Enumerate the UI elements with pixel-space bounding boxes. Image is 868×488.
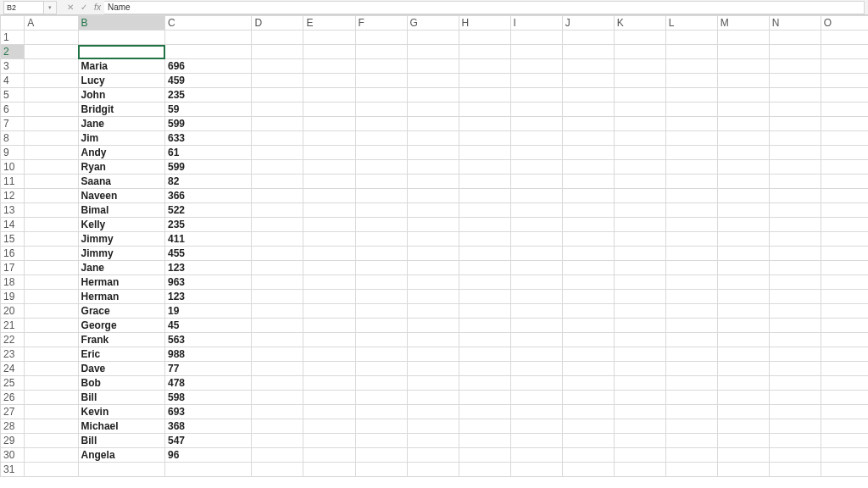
- cell-E5[interactable]: [303, 88, 355, 103]
- cell-E8[interactable]: [303, 131, 355, 146]
- cell-I22[interactable]: [510, 333, 562, 347]
- cell-M5[interactable]: [717, 88, 769, 103]
- column-header-D[interactable]: D: [252, 16, 303, 30]
- cell-K3[interactable]: [614, 59, 665, 74]
- cell-B28[interactable]: Michael: [78, 419, 164, 434]
- cell-K25[interactable]: [614, 376, 665, 391]
- cell-D31[interactable]: [252, 463, 303, 477]
- row-header-2[interactable]: 2: [1, 45, 25, 59]
- cell-L28[interactable]: [665, 419, 717, 434]
- cell-M7[interactable]: [717, 117, 769, 131]
- cell-A8[interactable]: [25, 131, 78, 146]
- cell-E10[interactable]: [303, 160, 355, 175]
- row-header-12[interactable]: 12: [1, 189, 25, 203]
- cell-E24[interactable]: [303, 362, 355, 376]
- cell-A15[interactable]: [25, 232, 78, 247]
- cell-F19[interactable]: [355, 290, 407, 304]
- cell-E27[interactable]: [303, 405, 355, 419]
- cell-B26[interactable]: Bill: [78, 391, 164, 405]
- cell-H16[interactable]: [459, 247, 510, 261]
- cell-F27[interactable]: [355, 405, 407, 419]
- cell-J31[interactable]: [562, 463, 614, 477]
- cell-I7[interactable]: [510, 117, 562, 131]
- cell-F20[interactable]: [355, 304, 407, 319]
- cell-J28[interactable]: [562, 419, 614, 434]
- cell-I11[interactable]: [510, 175, 562, 189]
- cell-D2[interactable]: [252, 45, 303, 59]
- cell-F2[interactable]: [355, 45, 407, 59]
- cell-I17[interactable]: [510, 261, 562, 275]
- cell-K19[interactable]: [614, 290, 665, 304]
- cell-K28[interactable]: [614, 419, 665, 434]
- cell-K13[interactable]: [614, 203, 665, 218]
- cell-M14[interactable]: [717, 218, 769, 232]
- row-header-17[interactable]: 17: [1, 261, 25, 275]
- cell-H24[interactable]: [459, 362, 510, 376]
- cell-K14[interactable]: [614, 218, 665, 232]
- cell-F3[interactable]: [355, 59, 407, 74]
- cell-K27[interactable]: [614, 405, 665, 419]
- row-header-31[interactable]: 31: [1, 463, 25, 477]
- cell-F11[interactable]: [355, 175, 407, 189]
- row-header-16[interactable]: 16: [1, 247, 25, 261]
- cell-D22[interactable]: [252, 333, 303, 347]
- cell-A30[interactable]: [25, 448, 78, 463]
- cell-G6[interactable]: [407, 103, 459, 117]
- cell-K2[interactable]: [614, 45, 665, 59]
- cell-F9[interactable]: [355, 146, 407, 160]
- cell-O13[interactable]: [821, 203, 868, 218]
- row-header-30[interactable]: 30: [1, 448, 25, 463]
- cell-H23[interactable]: [459, 347, 510, 362]
- cell-I28[interactable]: [510, 419, 562, 434]
- cell-K10[interactable]: [614, 160, 665, 175]
- cell-L9[interactable]: [665, 146, 717, 160]
- cell-I16[interactable]: [510, 247, 562, 261]
- cell-M10[interactable]: [717, 160, 769, 175]
- cell-L2[interactable]: [665, 45, 717, 59]
- cell-D16[interactable]: [252, 247, 303, 261]
- cell-N1[interactable]: [769, 30, 821, 45]
- cell-H10[interactable]: [459, 160, 510, 175]
- cell-L11[interactable]: [665, 175, 717, 189]
- cell-A16[interactable]: [25, 247, 78, 261]
- cell-D28[interactable]: [252, 419, 303, 434]
- cell-J1[interactable]: [562, 30, 614, 45]
- cell-B31[interactable]: [78, 463, 164, 477]
- cell-D14[interactable]: [252, 218, 303, 232]
- cell-C24[interactable]: 77: [165, 362, 252, 376]
- cell-E15[interactable]: [303, 232, 355, 247]
- cell-N23[interactable]: [769, 347, 821, 362]
- cell-B8[interactable]: Jim: [78, 131, 164, 146]
- cell-H30[interactable]: [459, 448, 510, 463]
- cell-I2[interactable]: [510, 45, 562, 59]
- cell-O1[interactable]: [821, 30, 868, 45]
- cell-B17[interactable]: Jane: [78, 261, 164, 275]
- cell-G5[interactable]: [407, 88, 459, 103]
- cell-M15[interactable]: [717, 232, 769, 247]
- cell-D21[interactable]: [252, 319, 303, 333]
- cell-B10[interactable]: Ryan: [78, 160, 164, 175]
- cell-D3[interactable]: [252, 59, 303, 74]
- cell-K8[interactable]: [614, 131, 665, 146]
- cell-O24[interactable]: [821, 362, 868, 376]
- cell-A12[interactable]: [25, 189, 78, 203]
- name-box-dropdown-icon[interactable]: ▾: [44, 1, 57, 14]
- cell-F14[interactable]: [355, 218, 407, 232]
- cell-K22[interactable]: [614, 333, 665, 347]
- cell-O17[interactable]: [821, 261, 868, 275]
- row-header-18[interactable]: 18: [1, 275, 25, 290]
- cell-N22[interactable]: [769, 333, 821, 347]
- cell-I18[interactable]: [510, 275, 562, 290]
- cell-N14[interactable]: [769, 218, 821, 232]
- cell-M16[interactable]: [717, 247, 769, 261]
- enter-icon[interactable]: ✓: [77, 3, 91, 12]
- cell-D29[interactable]: [252, 434, 303, 448]
- cell-A20[interactable]: [25, 304, 78, 319]
- cell-M2[interactable]: [717, 45, 769, 59]
- cell-O9[interactable]: [821, 146, 868, 160]
- cell-E30[interactable]: [303, 448, 355, 463]
- cell-D20[interactable]: [252, 304, 303, 319]
- cell-N12[interactable]: [769, 189, 821, 203]
- cell-N16[interactable]: [769, 247, 821, 261]
- cell-H15[interactable]: [459, 232, 510, 247]
